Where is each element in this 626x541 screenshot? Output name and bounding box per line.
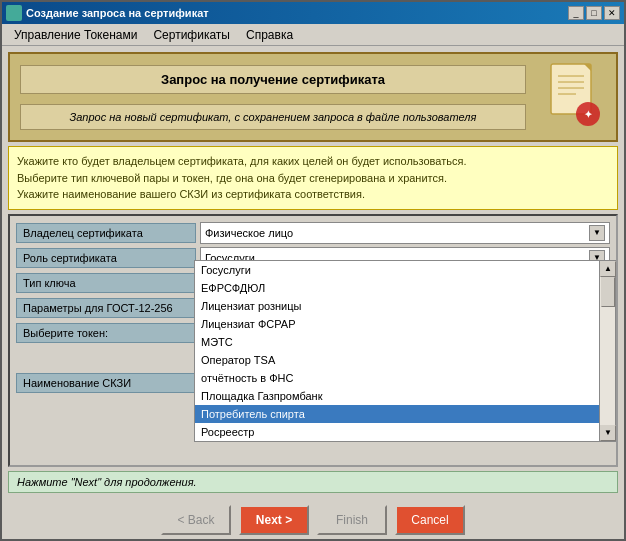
- cancel-button[interactable]: Cancel: [395, 505, 465, 535]
- scroll-track: [600, 277, 615, 425]
- scroll-down-button[interactable]: ▼: [600, 425, 616, 441]
- role-dropdown: Госуслуги ЕФРСФДЮЛ Лицензиат розницы Лиц…: [194, 260, 616, 442]
- finish-button[interactable]: Finish: [317, 505, 387, 535]
- window-icon: [6, 5, 22, 21]
- dropdown-item-fns[interactable]: отчётность в ФНС: [195, 369, 599, 387]
- info-line1: Укажите кто будет владельцем сертификата…: [17, 155, 467, 167]
- dropdown-item-rosreestr[interactable]: Росреестр: [195, 423, 599, 441]
- window-title: Создание запроса на сертификат: [26, 7, 564, 19]
- header-left: Запрос на получение сертификата Запрос н…: [10, 54, 536, 140]
- title-bar: Создание запроса на сертификат _ □ ✕: [2, 2, 624, 24]
- owner-row: Владелец сертификата Физическое лицо ▼: [16, 222, 610, 244]
- dropdown-item-gpb[interactable]: Площадка Газпромбанк: [195, 387, 599, 405]
- info-line2: Выберите тип ключевой пары и токен, где …: [17, 172, 447, 184]
- info-line3: Укажите наименование вашего СКЗИ из серт…: [17, 188, 365, 200]
- dropdown-item-tsa[interactable]: Оператор TSA: [195, 351, 599, 369]
- header-title: Запрос на получение сертификата: [20, 65, 526, 94]
- menu-help[interactable]: Справка: [238, 25, 301, 45]
- owner-select[interactable]: Физическое лицо ▼: [200, 222, 610, 244]
- owner-label: Владелец сертификата: [16, 223, 196, 243]
- dropdown-scrollbar: ▲ ▼: [599, 261, 615, 441]
- menu-bar: Управление Токенами Сертификаты Справка: [2, 24, 624, 46]
- form-panel: Владелец сертификата Физическое лицо ▼ Р…: [8, 214, 618, 468]
- dropdown-item-gosuslugi[interactable]: Госуслуги: [195, 261, 599, 279]
- header-panel: Запрос на получение сертификата Запрос н…: [8, 52, 618, 142]
- next-button[interactable]: Next >: [239, 505, 309, 535]
- skzi-label: Наименование СКЗИ: [16, 373, 196, 393]
- header-right: ✦: [536, 54, 616, 140]
- header-subtitle: Запрос на новый сертификат, с сохранение…: [20, 104, 526, 130]
- maximize-button[interactable]: □: [586, 6, 602, 20]
- minimize-button[interactable]: _: [568, 6, 584, 20]
- menu-certificates[interactable]: Сертификаты: [145, 25, 238, 45]
- dropdown-item-mets[interactable]: МЭТС: [195, 333, 599, 351]
- info-panel: Укажите кто будет владельцем сертификата…: [8, 146, 618, 210]
- owner-value: Физическое лицо: [205, 227, 293, 239]
- menu-tokens[interactable]: Управление Токенами: [6, 25, 145, 45]
- close-button[interactable]: ✕: [604, 6, 620, 20]
- token-label: Выберите токен:: [16, 323, 196, 343]
- dropdown-list: Госуслуги ЕФРСФДЮЛ Лицензиат розницы Лиц…: [195, 261, 599, 441]
- role-label: Роль сертификата: [16, 248, 196, 268]
- gost-label: Параметры для ГОСТ-12-256: [16, 298, 196, 318]
- button-row: < Back Next > Finish Cancel: [2, 499, 624, 539]
- main-window: Создание запроса на сертификат _ □ ✕ Упр…: [0, 0, 626, 541]
- key-type-label: Тип ключа: [16, 273, 196, 293]
- dropdown-item-efrs[interactable]: ЕФРСФДЮЛ: [195, 279, 599, 297]
- back-button[interactable]: < Back: [161, 505, 231, 535]
- status-bar: Нажмите "Next" для продолжения.: [8, 471, 618, 493]
- dropdown-item-spirt[interactable]: Потребитель спирта: [195, 405, 599, 423]
- svg-text:✦: ✦: [584, 109, 593, 120]
- dropdown-item-licenziat-fsr[interactable]: Лицензиат ФСРАР: [195, 315, 599, 333]
- owner-select-arrow: ▼: [589, 225, 605, 241]
- content-area: Запрос на получение сертификата Запрос н…: [2, 46, 624, 499]
- certificate-icon: ✦: [546, 62, 606, 132]
- scroll-up-button[interactable]: ▲: [600, 261, 616, 277]
- dropdown-item-licenziat-rozn[interactable]: Лицензиат розницы: [195, 297, 599, 315]
- scroll-thumb[interactable]: [601, 277, 615, 307]
- title-buttons: _ □ ✕: [568, 6, 620, 20]
